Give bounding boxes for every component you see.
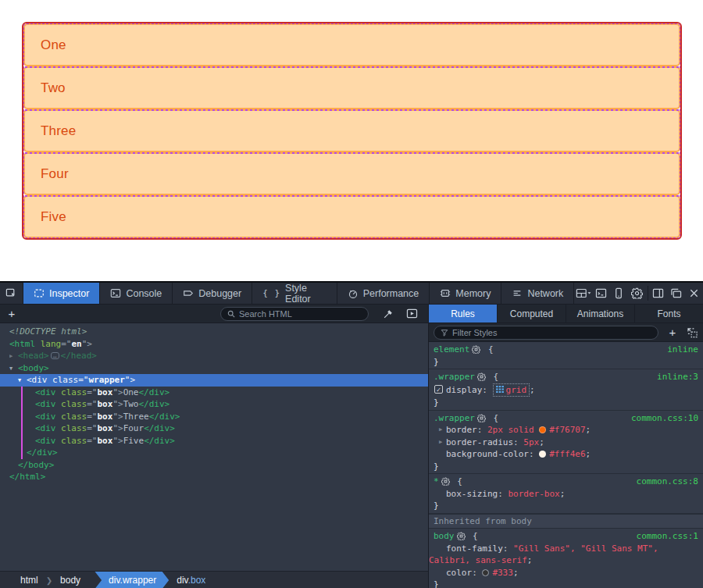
markup-token: =" [87,436,97,446]
markup-node[interactable]: <html lang="en"> [0,338,428,351]
semicolon: ; [560,489,566,499]
css-property-name: color [446,568,472,578]
tab-computed[interactable]: Computed [498,305,566,323]
breadcrumb-item-div-box[interactable]: div.box [169,575,213,586]
gear-icon[interactable] [477,414,486,422]
markup-node[interactable]: ▶<head>…</head> [0,350,428,362]
separate-window-icon[interactable] [667,283,685,304]
search-html-box[interactable] [220,307,369,321]
tab-fonts[interactable]: Fonts [635,305,703,323]
tab-performance[interactable]: Performance [337,283,430,304]
markup-node[interactable]: </body> [0,459,428,472]
tab-animations[interactable]: Animations [566,305,635,323]
markup-token: "> [125,375,135,385]
twisty-icon[interactable]: ▶ [9,351,12,363]
gear-icon[interactable] [441,477,450,486]
filter-styles-input[interactable] [452,328,569,337]
split-console-icon[interactable] [592,283,610,304]
markup-node[interactable]: <div class="box">Four</div> [0,422,428,435]
markup-token: box [98,412,113,422]
twisty-icon[interactable]: ▼ [9,363,12,376]
css-selector[interactable]: body [434,531,455,541]
expand-icon[interactable]: ▶ [439,437,442,449]
rule-section: element {inline} [429,342,703,369]
dock-options-icon[interactable] [574,283,592,304]
filter-styles-box[interactable] [434,326,658,340]
add-rule-button[interactable]: + [665,326,680,339]
browser-viewport: OneTwoThreeFourFive [0,0,703,281]
rules-sidebar: Rules Computed Animations Fonts + [428,305,703,588]
css-selector[interactable]: * [434,476,439,486]
markup-token: class [56,412,87,422]
css-selector[interactable]: element [434,344,469,355]
markup-node[interactable]: </html> [0,471,428,483]
grid-highlighter-toggle[interactable]: grid [493,383,530,397]
gear-icon[interactable] [477,372,486,381]
markup-token: class [56,436,87,446]
color-swatch[interactable] [482,569,489,576]
markup-token: =" [78,375,88,385]
sidebar-toggle-icon[interactable] [650,283,668,304]
markup-node[interactable]: <!DOCTYPE html> [0,326,428,338]
css-declaration: background-color: #fff4e6; [429,448,703,461]
tab-label: Style Editor [285,283,327,305]
devtools-toolbar: Inspector Console Debugger [0,283,703,305]
markup-token: =" [87,387,97,397]
markup-token: box [98,423,113,433]
tab-console[interactable]: Console [100,283,173,304]
tab-style-editor[interactable]: { } Style Editor [252,283,337,304]
breadcrumb-item-div-wrapper[interactable]: div.wrapper [95,572,169,588]
colon: : [477,425,487,435]
markup-token: <div [35,412,56,422]
colon: : [529,449,539,459]
breadcrumb-item-body[interactable]: body [52,575,88,586]
gear-icon[interactable] [457,532,466,540]
tab-debugger[interactable]: Debugger [173,283,252,304]
markup-token: <div [35,423,56,433]
close-icon[interactable] [685,283,703,304]
eyedropper-icon[interactable] [376,308,400,319]
markup-node-selected[interactable]: ▼<div class="wrapper"> [0,374,428,387]
source-link[interactable]: common.css:10 [631,412,698,425]
open-brace: { [468,531,478,541]
source-link[interactable]: inline [667,344,698,356]
markup-node[interactable]: <div class="box">Five</div> [0,435,428,447]
expand-icon[interactable]: ▶ [439,424,442,437]
tab-memory[interactable]: Memory [430,283,501,304]
tab-inspector[interactable]: Inspector [23,283,100,304]
filter-styles-bar: + [429,323,703,342]
twisty-icon[interactable]: ▼ [18,375,21,387]
gear-icon[interactable] [472,345,480,354]
markup-node[interactable]: ▼<body> [0,362,428,375]
declaration-checkbox[interactable]: ✓ [434,385,443,394]
responsive-mode-icon[interactable] [610,283,628,304]
search-html-input[interactable] [239,309,356,319]
source-link[interactable]: inline:3 [657,371,698,383]
markup-node[interactable]: <div class="box">Two</div> [0,398,428,411]
source-link[interactable]: common.css:8 [637,476,698,488]
color-swatch[interactable] [539,426,546,433]
css-selector[interactable]: .wrapper [434,372,475,382]
breadcrumb-item-html[interactable]: html [12,575,46,586]
tab-label: Memory [455,288,491,299]
grid-wrapper: OneTwoThreeFourFive [22,22,682,240]
colon: : [472,568,482,578]
css-selector[interactable]: .wrapper [434,413,475,423]
toggle-pseudo-class-panel-icon[interactable] [687,327,698,338]
ellipsis-badge[interactable]: … [51,352,59,359]
markup-node[interactable]: <div class="box">Three</div> [0,411,428,423]
paused-debugger-icon[interactable] [400,308,423,319]
settings-icon[interactable] [628,283,646,304]
markup-token: wrapper [89,375,125,385]
open-brace: { [488,372,498,382]
color-swatch[interactable] [539,451,546,458]
toolbar-divider [648,286,648,301]
markup-node[interactable]: <div class="box">One</div> [0,387,428,399]
tab-network[interactable]: Network [501,283,574,304]
tab-rules[interactable]: Rules [429,305,498,323]
source-link[interactable]: common.css:1 [637,530,698,543]
pick-element-icon[interactable] [0,283,23,304]
markup-token: class [48,375,79,385]
markup-node[interactable]: </div> [0,447,428,459]
add-node-button[interactable]: + [0,307,23,320]
